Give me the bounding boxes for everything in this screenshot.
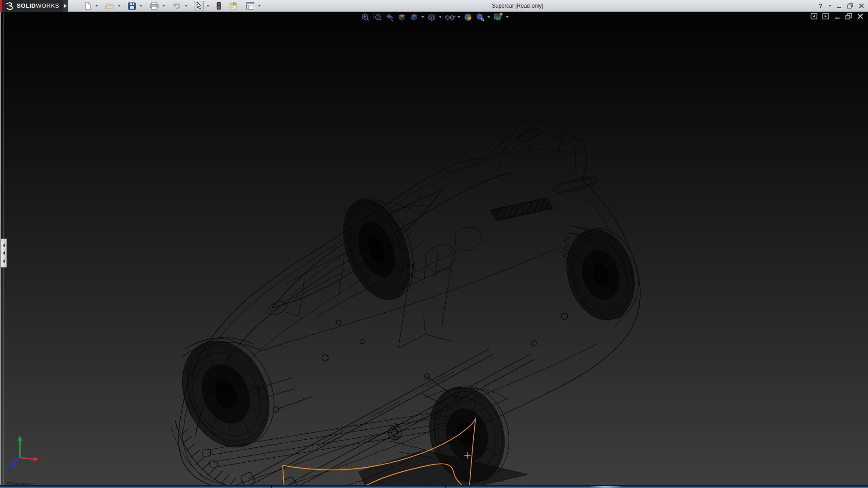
window-title: Supercar [Read-only] xyxy=(492,0,543,12)
car-wireframe-model[interactable] xyxy=(1,12,868,485)
print-dropdown-arrow[interactable] xyxy=(162,5,165,7)
new-document-button[interactable] xyxy=(83,1,93,10)
display-style-icon xyxy=(427,13,436,22)
brand-text: SOLIDWORKS xyxy=(17,2,59,9)
tile-right-button[interactable] xyxy=(822,13,829,19)
help-button[interactable]: ? xyxy=(818,0,822,12)
zoom-to-fit-icon xyxy=(361,13,370,22)
undo-button[interactable] xyxy=(171,1,182,10)
open-dropdown-arrow[interactable] xyxy=(118,5,121,7)
logo-red-stripe xyxy=(0,0,2,12)
hide-show-items-button[interactable] xyxy=(445,13,460,22)
view-orientation-label: *Dimetric xyxy=(6,480,34,485)
print-button[interactable] xyxy=(149,1,160,10)
view-orientation-icon xyxy=(410,13,419,22)
open-button[interactable] xyxy=(104,1,115,10)
file-properties-icon xyxy=(229,2,238,10)
options-button[interactable] xyxy=(245,1,255,10)
feature-manager-collapsed-tab[interactable] xyxy=(1,239,7,267)
close-button[interactable] xyxy=(859,3,864,9)
section-view-button[interactable] xyxy=(397,13,406,22)
chevron-right-icon xyxy=(64,4,67,8)
dassault-3ds-logo-icon xyxy=(5,2,15,10)
hide-show-items-glasses-icon xyxy=(445,13,455,22)
doc-minimize-button[interactable] xyxy=(834,13,840,19)
help-dropdown-arrow[interactable] xyxy=(829,5,831,7)
car-wheels xyxy=(166,188,649,485)
previous-view-button[interactable] xyxy=(385,13,394,22)
file-properties-button[interactable] xyxy=(228,1,239,10)
document-window-controls xyxy=(811,13,863,19)
minimize-button[interactable] xyxy=(836,3,842,9)
triad-x-label: X xyxy=(39,457,43,463)
standard-toolbar xyxy=(83,1,261,10)
options-dropdown-arrow[interactable] xyxy=(258,5,261,7)
previous-view-icon xyxy=(385,13,394,22)
tile-left-button[interactable] xyxy=(811,13,817,19)
apply-scene-dropdown-arrow[interactable] xyxy=(487,16,490,18)
taskbar-glow xyxy=(590,486,622,488)
heads-up-view-toolbar xyxy=(1,13,868,22)
undo-arrow-icon xyxy=(172,2,181,10)
select-button[interactable] xyxy=(194,1,204,10)
restore-button[interactable] xyxy=(847,3,854,9)
view-orientation-dropdown-arrow[interactable] xyxy=(421,16,424,18)
zoom-to-area-button[interactable] xyxy=(373,13,382,22)
collapse-arrow-icon xyxy=(3,259,5,263)
options-icon xyxy=(246,2,255,10)
edit-appearance-button[interactable] xyxy=(463,13,472,22)
triad-z-label: Z xyxy=(7,466,10,473)
select-dropdown-arrow[interactable] xyxy=(207,5,209,7)
new-document-icon xyxy=(84,2,92,10)
rebuild-traffic-light-icon xyxy=(217,2,221,10)
print-icon xyxy=(150,2,159,10)
undo-dropdown-arrow[interactable] xyxy=(185,5,188,7)
hide-show-dropdown-arrow[interactable] xyxy=(458,16,460,18)
doc-restore-button[interactable] xyxy=(845,13,852,19)
apply-scene-button[interactable] xyxy=(476,13,490,22)
doc-close-button[interactable] xyxy=(857,13,863,19)
save-dropdown-arrow[interactable] xyxy=(140,5,142,7)
solidworks-logo: SOLIDWORKS xyxy=(0,0,63,12)
graphics-viewport[interactable]: X Z *Dimetric xyxy=(0,12,868,485)
rebuild-button[interactable] xyxy=(216,1,222,10)
new-dropdown-arrow[interactable] xyxy=(95,5,98,7)
view-orientation-button[interactable] xyxy=(410,13,424,22)
display-style-dropdown-arrow[interactable] xyxy=(439,16,442,18)
view-settings-icon xyxy=(493,13,503,22)
display-style-button[interactable] xyxy=(427,13,442,22)
menu-expand-button[interactable] xyxy=(63,0,68,12)
section-view-icon xyxy=(397,13,406,22)
view-settings-button[interactable] xyxy=(493,13,509,22)
zoom-to-area-icon xyxy=(373,13,382,22)
zoom-to-fit-button[interactable] xyxy=(361,13,370,22)
title-bar: SOLIDWORKS xyxy=(0,0,868,12)
app-window-controls: ? xyxy=(818,0,864,12)
view-settings-dropdown-arrow[interactable] xyxy=(506,16,509,18)
collapse-arrow-icon xyxy=(3,244,5,247)
edit-appearance-sphere-icon xyxy=(463,13,472,22)
save-floppy-icon xyxy=(128,2,136,10)
save-button[interactable] xyxy=(127,1,137,10)
open-folder-icon xyxy=(105,2,114,10)
orientation-triad: X Z xyxy=(6,435,45,473)
windows-taskbar-edge[interactable] xyxy=(0,485,868,488)
collapse-arrow-icon xyxy=(3,251,5,255)
apply-scene-icon xyxy=(476,13,485,22)
select-cursor-icon xyxy=(195,2,203,9)
